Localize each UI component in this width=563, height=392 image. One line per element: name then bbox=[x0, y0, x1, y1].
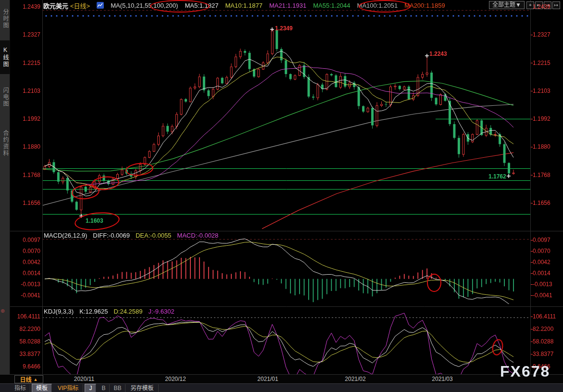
price-axis-label-right: 1.1768 bbox=[533, 172, 550, 178]
kdj-axis-label-right: 106.4111 bbox=[533, 314, 556, 320]
macd-axis-label-right: 0.0070 bbox=[533, 248, 550, 254]
kdj-axis-label-left: 82.2200 bbox=[13, 326, 40, 332]
sidebar-item-3[interactable]: 合约资料 bbox=[0, 120, 10, 166]
ma-legend-value-0: MA5:1.1827 bbox=[185, 2, 218, 9]
macd-axis-label-left: -0.0013 bbox=[13, 281, 40, 288]
toolbar-item-B[interactable]: B bbox=[98, 384, 110, 392]
month-label-1: 2020/12 bbox=[165, 376, 186, 382]
kdj-header: KDJ(9,3,3) K:12.9625 D:24.2589 J:-9.6302 bbox=[44, 308, 175, 315]
price-axis-label-left: 1.2215 bbox=[13, 60, 40, 66]
macd-dea-value: DEA:-0.0055 bbox=[136, 232, 171, 239]
bottom-toolbar: 指标模板VIP指标JBBB另存模板 bbox=[0, 383, 563, 392]
toolbar-item-VIP指标[interactable]: VIP指标 bbox=[53, 384, 83, 392]
watermark: FX678 bbox=[500, 363, 550, 380]
ma-legend-value-2: MA21:1.1931 bbox=[269, 2, 306, 9]
top-right-controls: 全部主题▼ +⇤⇥↦ bbox=[489, 1, 563, 9]
period-tag: <日线> bbox=[70, 1, 90, 10]
sidebar-item-2[interactable]: 闪电图 bbox=[0, 80, 10, 114]
toolbar-item-J[interactable]: J bbox=[85, 384, 96, 392]
chart-canvas[interactable] bbox=[0, 0, 563, 392]
month-label-3: 2021/02 bbox=[345, 376, 365, 382]
price-axis-label-right: 1.1992 bbox=[533, 116, 550, 122]
period-arrow-icon: ▲ bbox=[34, 377, 38, 382]
macd-macd-value: MACD:-0.0028 bbox=[177, 232, 218, 239]
price-axis-label-right: 1.2103 bbox=[533, 88, 550, 94]
price-axis-label-left: 1.1768 bbox=[13, 172, 40, 178]
price-axis-label-left: 1.2103 bbox=[13, 88, 40, 94]
price-axis-label-right: 1.1656 bbox=[533, 200, 550, 206]
macd-axis-label-right: 0.0097 bbox=[533, 237, 550, 243]
time-axis-row: 日线▲ 2020/112020/122021/012021/022021/03 bbox=[0, 374, 563, 384]
price-axis-label-left: 1.1656 bbox=[13, 200, 40, 206]
sidebar-item-1[interactable]: K线图 bbox=[0, 40, 10, 74]
macd-axis-label-left: 0.0042 bbox=[13, 259, 40, 266]
kdj-axis-label-left: 9.6466 bbox=[13, 364, 40, 370]
trading-terminal: 分时图K线图闪电图合约资料 ⊕ 欧元美元<日线> MA(5,10,21,55,1… bbox=[0, 0, 563, 392]
toolbar-item-模板[interactable]: 模板 bbox=[32, 384, 52, 392]
chart-type-icon[interactable] bbox=[97, 2, 104, 9]
kdj-axis-label-left: 106.4111 bbox=[13, 314, 40, 320]
toolbar-item-指标[interactable]: 指标 bbox=[11, 384, 30, 392]
kdj-axis-label-left: 58.0288 bbox=[13, 339, 40, 345]
price-axis-label-left: 1.2327 bbox=[13, 32, 40, 38]
macd-axis-label-right: -0.0041 bbox=[533, 292, 552, 299]
ma-legend-value-5: MA200:1.1859 bbox=[404, 2, 445, 9]
period-label: 日线 bbox=[20, 375, 32, 383]
price-axis-label-right: 1.2327 bbox=[533, 32, 550, 38]
kdj-k-value: K:12.9625 bbox=[79, 308, 108, 315]
ma-legend: MA5:1.1827MA10:1.1877MA21:1.1931MA55:1.2… bbox=[185, 2, 445, 9]
month-label-4: 2021/03 bbox=[432, 376, 452, 382]
price-axis-label-right: 1.2215 bbox=[533, 60, 550, 66]
macd-axis-label-right: -0.0013 bbox=[533, 281, 552, 288]
price-axis-label-right: 1.1880 bbox=[533, 144, 550, 150]
macd-diff-value: DIFF:-0.0069 bbox=[93, 232, 130, 239]
chart-header: 欧元美元<日线> MA(5,10,21,55,100,200) MA5:1.18… bbox=[43, 1, 445, 10]
sidebar: 分时图K线图闪电图合约资料 bbox=[0, 0, 10, 374]
toolbar-item-BB[interactable]: BB bbox=[110, 384, 125, 392]
kdj-axis-label-right: 58.0288 bbox=[533, 339, 553, 345]
price-axis-label-left: 1.1992 bbox=[13, 116, 40, 122]
macd-axis-label-left: 0.0014 bbox=[13, 270, 40, 277]
price-axis-label-left: 1.1880 bbox=[13, 144, 40, 150]
kdj-title: KDJ(9,3,3) bbox=[44, 308, 74, 315]
macd-axis-label-right: 0.0014 bbox=[533, 270, 550, 277]
price-axis-label-left: 1.2439 bbox=[13, 4, 40, 10]
kdj-j-value: J:-9.6302 bbox=[148, 308, 174, 315]
toolbar-item-另存模板[interactable]: 另存模板 bbox=[125, 384, 159, 392]
symbol-title: 欧元美元 bbox=[43, 1, 68, 10]
sidebar-item-0[interactable]: 分时图 bbox=[0, 3, 10, 35]
theme-dropdown-button[interactable]: 全部主题▼ bbox=[489, 1, 525, 9]
kdj-axis-label-right: 33.8377 bbox=[533, 351, 553, 357]
macd-axis-label-left: 0.0070 bbox=[13, 248, 40, 254]
kdj-axis-label-left: 33.8377 bbox=[13, 351, 40, 357]
period-selector[interactable]: 日线▲ bbox=[14, 375, 43, 383]
ma-settings-label: MA(5,10,21,55,100,200) bbox=[111, 2, 178, 9]
page-forward-icon[interactable]: ↦ bbox=[552, 1, 560, 9]
ma-legend-value-1: MA10:1.1877 bbox=[225, 2, 263, 9]
month-label-0: 2020/11 bbox=[74, 376, 95, 382]
macd-title: MACD(26,12,9) bbox=[44, 232, 87, 239]
kdj-axis-label-right: 82.2200 bbox=[533, 326, 553, 332]
macd-axis-label-left: 0.0097 bbox=[13, 237, 40, 243]
ma-legend-value-3: MA55:1.2044 bbox=[313, 2, 350, 9]
ma-legend-value-4: MA100:1.2051 bbox=[357, 2, 398, 9]
month-label-2: 2021/01 bbox=[257, 376, 278, 382]
price-axis-label-right: 1.2439 bbox=[533, 4, 550, 10]
macd-axis-label-left: -0.0041 bbox=[13, 292, 40, 299]
macd-axis-label-right: 0.0042 bbox=[533, 259, 550, 266]
pane-settings-icon[interactable]: ⊕ bbox=[0, 308, 5, 314]
kdj-d-value: D:24.2589 bbox=[113, 308, 142, 315]
macd-header: MACD(26,12,9) DIFF:-0.0069 DEA:-0.0055 M… bbox=[44, 232, 218, 239]
